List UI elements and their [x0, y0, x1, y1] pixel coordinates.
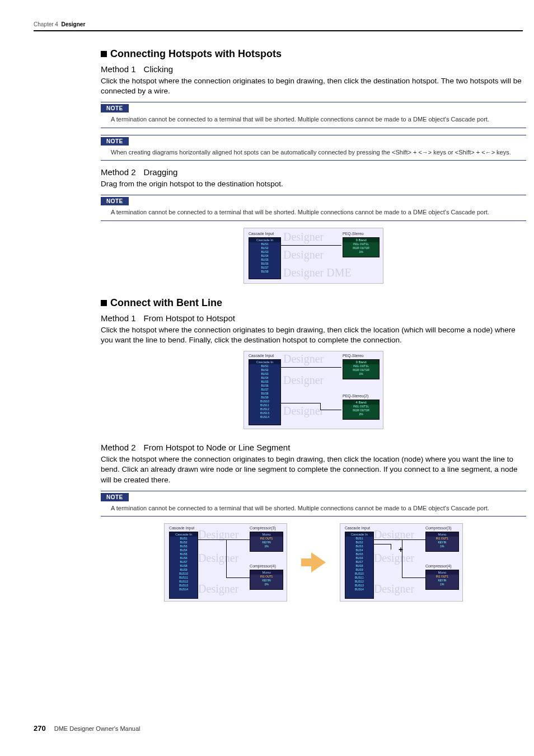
note-block-3: NOTE A termination cannot be connected t… — [101, 195, 526, 220]
method2-node-body: Click the hotspot where the connection o… — [101, 454, 526, 485]
peq-row: IN1R OUT1R — [343, 246, 379, 250]
bus-row: BUS9 — [249, 396, 280, 400]
bullet-square-icon — [101, 51, 107, 57]
method1-hotspot-title: Method 1From Hotspot to Hotspot — [101, 313, 526, 323]
bus-row: BUS5 — [249, 258, 280, 262]
figure1: Designer Designer Designer DME Cascade I… — [243, 228, 383, 284]
cascade-label: Cascade Input — [249, 354, 274, 358]
bus-row: BUS6 — [170, 556, 198, 560]
method1-clicking-title: Method 1Clicking — [101, 64, 526, 74]
cascade-panel: Cascade In BUS1 BUS2 BUS3 BUS4 BUS5 BUS6… — [345, 532, 374, 599]
header-rule — [34, 30, 523, 31]
wire — [226, 539, 227, 577]
bus-row: BUS11 — [170, 576, 198, 580]
note-body-1: A termination cannot be connected to a t… — [101, 112, 526, 128]
bus-row: BUS2 — [170, 541, 198, 544]
cmp-hdr: Mono — [250, 570, 283, 575]
bus-row: BUS9 — [170, 568, 198, 572]
peq-label: PEQ-Stereo — [343, 232, 364, 236]
chapter-label: Chapter 4 — [34, 21, 58, 27]
peq2-label: PEQ-Stereo(2) — [343, 394, 368, 398]
wire — [226, 539, 250, 540]
bus-row: BUS6 — [345, 556, 373, 560]
peq-row: IN1L OUT1L — [343, 242, 379, 246]
bullet-square-icon — [101, 300, 107, 306]
bus-row: BUS14 — [170, 588, 198, 591]
page-header: Chapter 4 Designer — [34, 21, 85, 27]
bus-row: BUS8 — [345, 564, 373, 568]
note-tag: NOTE — [101, 197, 129, 205]
peq-row: IN1R OUT1R — [343, 368, 379, 372]
cmp-row: 1% — [250, 583, 283, 586]
bus-row: BUS11 — [345, 576, 373, 580]
figure3-pair: Designer Designer Designer Cascade Input… — [101, 523, 526, 602]
peq-hdr: 3 Band — [343, 360, 379, 364]
bus-row: BUS5 — [249, 380, 280, 384]
peq-row: IN1L OUT1L — [343, 405, 379, 408]
bus-row: BUS1 — [170, 537, 198, 541]
wire — [402, 577, 425, 578]
cmp1-panel: Mono IN1 OUT1 KEYIN 1% — [250, 532, 283, 552]
footer-text: DME Designer Owner's Manual — [54, 725, 140, 732]
bus-row: BUS9 — [345, 568, 373, 572]
figure3-left: Designer Designer Designer Cascade Input… — [164, 523, 287, 602]
note-tag: NOTE — [101, 104, 129, 112]
bus-row: BUS3 — [170, 544, 198, 548]
section-title-connecting-hotspots: Connecting Hotspots with Hotspots — [101, 48, 526, 60]
note-body-3: A termination cannot be connected to a t… — [101, 205, 526, 220]
wire — [374, 539, 402, 540]
cmp1-panel: Mono IN1 OUT1 KEYIN 1% — [425, 532, 459, 552]
watermark: Designer — [283, 231, 324, 243]
watermark: Designer — [283, 405, 324, 417]
cmp2-panel: Mono IN1 OUT1 KEYIN 1% — [425, 570, 459, 590]
bus-row: BUS6 — [249, 384, 280, 388]
wire — [374, 544, 391, 544]
cmp-row: KEYIN — [426, 579, 458, 583]
bus-row: BUS12 — [170, 580, 198, 584]
bus-row: BUS4 — [249, 254, 280, 258]
bus-row: BUS1 — [249, 242, 280, 246]
cmp-row: 1% — [250, 544, 283, 548]
wire — [281, 367, 341, 368]
bus-row: BUS3 — [249, 372, 280, 376]
cmp1-label: Compressor(3) — [250, 526, 276, 530]
cascade-hdr: Cascade In — [249, 360, 280, 364]
cmp-row: KEYIN — [250, 541, 283, 544]
method2-node-title: Method 2From Hotspot to Node or Line Seg… — [101, 443, 526, 452]
bus-row: BUS13 — [170, 584, 198, 588]
cmp-hdr: Mono — [426, 570, 458, 575]
arrow-icon — [301, 558, 311, 566]
bus-row: BUS4 — [170, 548, 198, 552]
peq-panel: 3 Band IN1L OUT1L IN1R OUT1R 1% — [343, 359, 380, 379]
main-content: Connecting Hotspots with Hotspots Method… — [101, 48, 526, 613]
watermark: Designer — [283, 248, 324, 261]
bus-row: BUS14 — [345, 588, 373, 591]
note-block-4: NOTE A termination cannot be connected t… — [101, 491, 526, 516]
bus-row: BUS8 — [170, 564, 198, 568]
bus-row: BUS4 — [345, 548, 373, 552]
cmp-row: IN1 OUT1 — [250, 575, 283, 579]
bus-row: BUS10 — [170, 572, 198, 576]
cmp-row: 1% — [426, 583, 458, 586]
wire — [198, 539, 226, 540]
wire — [391, 544, 391, 550]
note-block-2: NOTE When creating diagrams horizontally… — [101, 135, 526, 161]
cmp-row: IN1 OUT1 — [250, 537, 283, 541]
cmp-hdr: Mono — [426, 532, 458, 537]
cmp-row: 1% — [426, 544, 458, 548]
bus-row: BUS5 — [170, 552, 198, 556]
section-title-bent-line: Connect with Bent Line — [101, 297, 526, 309]
bus-row: BUS7 — [249, 388, 280, 392]
cascade-hdr: Cascade In — [249, 238, 280, 242]
bus-row: BUS1 — [249, 364, 280, 368]
wire — [320, 410, 341, 410]
peq-row: 1% — [343, 372, 379, 376]
figure2-wrap: Designer Designer Designer Cascade Input… — [101, 351, 526, 431]
bus-row: BUS2 — [249, 368, 280, 372]
peq-row: 1% — [343, 250, 379, 254]
wire — [281, 245, 341, 246]
plus-icon: + — [399, 545, 403, 554]
bus-row: BUS7 — [345, 560, 373, 564]
figure1-wrap: Designer Designer Designer DME Cascade I… — [101, 228, 526, 286]
note-body-4: A termination cannot be connected to a t… — [101, 501, 526, 516]
